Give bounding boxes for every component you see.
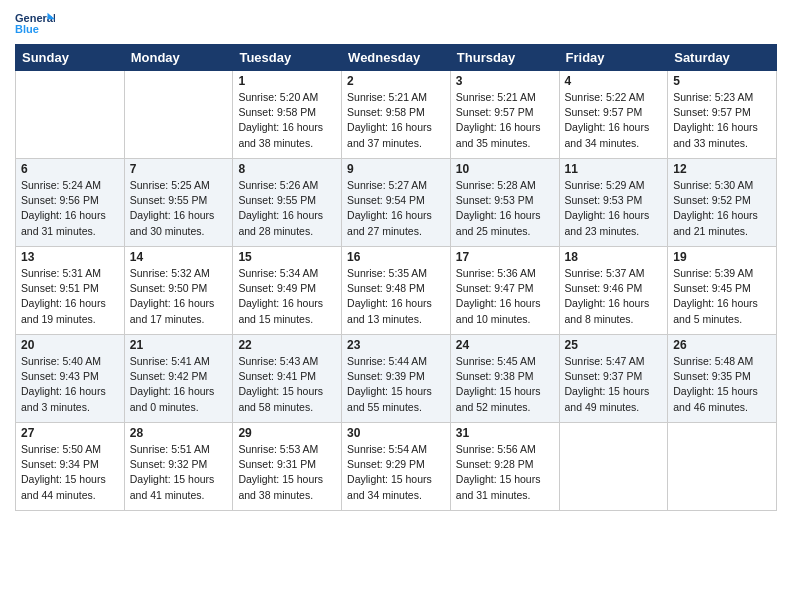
- calendar-cell: 15Sunrise: 5:34 AM Sunset: 9:49 PM Dayli…: [233, 247, 342, 335]
- calendar-week-2: 6Sunrise: 5:24 AM Sunset: 9:56 PM Daylig…: [16, 159, 777, 247]
- day-number: 25: [565, 338, 663, 352]
- calendar-cell: 20Sunrise: 5:40 AM Sunset: 9:43 PM Dayli…: [16, 335, 125, 423]
- svg-text:Blue: Blue: [15, 23, 39, 35]
- weekday-header-tuesday: Tuesday: [233, 45, 342, 71]
- calendar-cell: 5Sunrise: 5:23 AM Sunset: 9:57 PM Daylig…: [668, 71, 777, 159]
- day-number: 4: [565, 74, 663, 88]
- day-info: Sunrise: 5:50 AM Sunset: 9:34 PM Dayligh…: [21, 442, 119, 503]
- calendar-cell: 7Sunrise: 5:25 AM Sunset: 9:55 PM Daylig…: [124, 159, 233, 247]
- weekday-header-friday: Friday: [559, 45, 668, 71]
- day-info: Sunrise: 5:54 AM Sunset: 9:29 PM Dayligh…: [347, 442, 445, 503]
- calendar-cell: 6Sunrise: 5:24 AM Sunset: 9:56 PM Daylig…: [16, 159, 125, 247]
- weekday-header-monday: Monday: [124, 45, 233, 71]
- calendar-cell: [124, 71, 233, 159]
- day-info: Sunrise: 5:47 AM Sunset: 9:37 PM Dayligh…: [565, 354, 663, 415]
- logo-icon: General Blue: [15, 10, 55, 38]
- calendar-cell: 25Sunrise: 5:47 AM Sunset: 9:37 PM Dayli…: [559, 335, 668, 423]
- calendar-cell: 3Sunrise: 5:21 AM Sunset: 9:57 PM Daylig…: [450, 71, 559, 159]
- calendar-cell: 10Sunrise: 5:28 AM Sunset: 9:53 PM Dayli…: [450, 159, 559, 247]
- day-number: 7: [130, 162, 228, 176]
- weekday-header-wednesday: Wednesday: [342, 45, 451, 71]
- calendar-cell: 22Sunrise: 5:43 AM Sunset: 9:41 PM Dayli…: [233, 335, 342, 423]
- calendar-cell: 16Sunrise: 5:35 AM Sunset: 9:48 PM Dayli…: [342, 247, 451, 335]
- day-info: Sunrise: 5:20 AM Sunset: 9:58 PM Dayligh…: [238, 90, 336, 151]
- calendar-week-5: 27Sunrise: 5:50 AM Sunset: 9:34 PM Dayli…: [16, 423, 777, 511]
- day-number: 11: [565, 162, 663, 176]
- calendar-week-1: 1Sunrise: 5:20 AM Sunset: 9:58 PM Daylig…: [16, 71, 777, 159]
- calendar-cell: 31Sunrise: 5:56 AM Sunset: 9:28 PM Dayli…: [450, 423, 559, 511]
- day-info: Sunrise: 5:25 AM Sunset: 9:55 PM Dayligh…: [130, 178, 228, 239]
- calendar-cell: 30Sunrise: 5:54 AM Sunset: 9:29 PM Dayli…: [342, 423, 451, 511]
- day-number: 14: [130, 250, 228, 264]
- day-number: 8: [238, 162, 336, 176]
- calendar-cell: 1Sunrise: 5:20 AM Sunset: 9:58 PM Daylig…: [233, 71, 342, 159]
- day-info: Sunrise: 5:31 AM Sunset: 9:51 PM Dayligh…: [21, 266, 119, 327]
- day-info: Sunrise: 5:56 AM Sunset: 9:28 PM Dayligh…: [456, 442, 554, 503]
- calendar-cell: 9Sunrise: 5:27 AM Sunset: 9:54 PM Daylig…: [342, 159, 451, 247]
- weekday-header-saturday: Saturday: [668, 45, 777, 71]
- day-number: 1: [238, 74, 336, 88]
- day-number: 21: [130, 338, 228, 352]
- day-info: Sunrise: 5:51 AM Sunset: 9:32 PM Dayligh…: [130, 442, 228, 503]
- day-info: Sunrise: 5:21 AM Sunset: 9:57 PM Dayligh…: [456, 90, 554, 151]
- header: General Blue: [15, 10, 777, 38]
- day-info: Sunrise: 5:27 AM Sunset: 9:54 PM Dayligh…: [347, 178, 445, 239]
- day-number: 19: [673, 250, 771, 264]
- day-info: Sunrise: 5:41 AM Sunset: 9:42 PM Dayligh…: [130, 354, 228, 415]
- day-number: 23: [347, 338, 445, 352]
- calendar-cell: [668, 423, 777, 511]
- calendar-cell: 29Sunrise: 5:53 AM Sunset: 9:31 PM Dayli…: [233, 423, 342, 511]
- page: General Blue SundayMondayTuesdayWednesda…: [0, 0, 792, 612]
- day-number: 9: [347, 162, 445, 176]
- calendar-table: SundayMondayTuesdayWednesdayThursdayFrid…: [15, 44, 777, 511]
- day-number: 5: [673, 74, 771, 88]
- day-number: 30: [347, 426, 445, 440]
- calendar-cell: 11Sunrise: 5:29 AM Sunset: 9:53 PM Dayli…: [559, 159, 668, 247]
- day-info: Sunrise: 5:43 AM Sunset: 9:41 PM Dayligh…: [238, 354, 336, 415]
- calendar-cell: 27Sunrise: 5:50 AM Sunset: 9:34 PM Dayli…: [16, 423, 125, 511]
- day-number: 15: [238, 250, 336, 264]
- day-number: 13: [21, 250, 119, 264]
- day-number: 27: [21, 426, 119, 440]
- day-info: Sunrise: 5:23 AM Sunset: 9:57 PM Dayligh…: [673, 90, 771, 151]
- day-info: Sunrise: 5:30 AM Sunset: 9:52 PM Dayligh…: [673, 178, 771, 239]
- day-number: 26: [673, 338, 771, 352]
- day-info: Sunrise: 5:40 AM Sunset: 9:43 PM Dayligh…: [21, 354, 119, 415]
- day-number: 17: [456, 250, 554, 264]
- day-number: 22: [238, 338, 336, 352]
- calendar-cell: 28Sunrise: 5:51 AM Sunset: 9:32 PM Dayli…: [124, 423, 233, 511]
- day-info: Sunrise: 5:22 AM Sunset: 9:57 PM Dayligh…: [565, 90, 663, 151]
- calendar-cell: 2Sunrise: 5:21 AM Sunset: 9:58 PM Daylig…: [342, 71, 451, 159]
- day-info: Sunrise: 5:29 AM Sunset: 9:53 PM Dayligh…: [565, 178, 663, 239]
- day-number: 3: [456, 74, 554, 88]
- day-number: 16: [347, 250, 445, 264]
- weekday-header-sunday: Sunday: [16, 45, 125, 71]
- day-number: 12: [673, 162, 771, 176]
- day-info: Sunrise: 5:24 AM Sunset: 9:56 PM Dayligh…: [21, 178, 119, 239]
- calendar-cell: 26Sunrise: 5:48 AM Sunset: 9:35 PM Dayli…: [668, 335, 777, 423]
- day-info: Sunrise: 5:45 AM Sunset: 9:38 PM Dayligh…: [456, 354, 554, 415]
- calendar-cell: 4Sunrise: 5:22 AM Sunset: 9:57 PM Daylig…: [559, 71, 668, 159]
- day-number: 10: [456, 162, 554, 176]
- calendar-week-3: 13Sunrise: 5:31 AM Sunset: 9:51 PM Dayli…: [16, 247, 777, 335]
- day-info: Sunrise: 5:37 AM Sunset: 9:46 PM Dayligh…: [565, 266, 663, 327]
- day-info: Sunrise: 5:32 AM Sunset: 9:50 PM Dayligh…: [130, 266, 228, 327]
- calendar-cell: 23Sunrise: 5:44 AM Sunset: 9:39 PM Dayli…: [342, 335, 451, 423]
- calendar-cell: 24Sunrise: 5:45 AM Sunset: 9:38 PM Dayli…: [450, 335, 559, 423]
- logo: General Blue: [15, 10, 55, 38]
- calendar-cell: 14Sunrise: 5:32 AM Sunset: 9:50 PM Dayli…: [124, 247, 233, 335]
- calendar-cell: [559, 423, 668, 511]
- day-info: Sunrise: 5:28 AM Sunset: 9:53 PM Dayligh…: [456, 178, 554, 239]
- day-info: Sunrise: 5:53 AM Sunset: 9:31 PM Dayligh…: [238, 442, 336, 503]
- calendar-cell: 17Sunrise: 5:36 AM Sunset: 9:47 PM Dayli…: [450, 247, 559, 335]
- day-number: 6: [21, 162, 119, 176]
- calendar-cell: 18Sunrise: 5:37 AM Sunset: 9:46 PM Dayli…: [559, 247, 668, 335]
- day-info: Sunrise: 5:21 AM Sunset: 9:58 PM Dayligh…: [347, 90, 445, 151]
- weekday-header-thursday: Thursday: [450, 45, 559, 71]
- day-info: Sunrise: 5:26 AM Sunset: 9:55 PM Dayligh…: [238, 178, 336, 239]
- day-info: Sunrise: 5:39 AM Sunset: 9:45 PM Dayligh…: [673, 266, 771, 327]
- day-number: 29: [238, 426, 336, 440]
- calendar-cell: 8Sunrise: 5:26 AM Sunset: 9:55 PM Daylig…: [233, 159, 342, 247]
- day-number: 24: [456, 338, 554, 352]
- day-number: 28: [130, 426, 228, 440]
